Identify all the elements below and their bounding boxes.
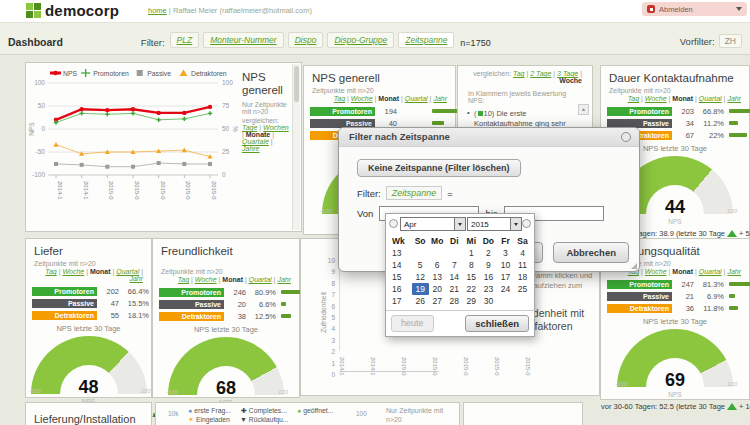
filter-link[interactable]: PLZ: [177, 35, 193, 45]
x-axis-label: 2015-0: [494, 357, 500, 376]
stat-count: 47: [97, 299, 119, 308]
compare-link-quartal[interactable]: Quartal: [405, 95, 428, 102]
today-button[interactable]: heute: [391, 315, 434, 332]
calendar-day-17[interactable]: 17: [497, 271, 514, 283]
legend-label: Completes...: [249, 407, 287, 414]
stat-percent: 66.8%: [694, 107, 724, 116]
filter-chip-monteur-nummer[interactable]: Monteur-Nummer: [203, 32, 283, 48]
dialog-titlebar[interactable]: Filter nach Zeitspanne: [339, 128, 639, 147]
compare-link-monate: Monate: [246, 131, 271, 138]
calendar-day-27[interactable]: 27: [429, 295, 446, 307]
filter-chip-zeitspanne[interactable]: Zeitspanne: [398, 32, 454, 48]
calendar-day-16[interactable]: 16: [480, 271, 497, 283]
dialog-title: Filter nach Zeitspanne: [349, 131, 450, 142]
stat-bar: [729, 133, 747, 137]
calendar-day-1[interactable]: 1: [463, 247, 480, 259]
prefilter-label: Vorfilter:: [680, 36, 715, 47]
calendar-day-10[interactable]: 10: [497, 259, 514, 271]
stat-count: 38: [224, 312, 246, 321]
compare-link-jahr[interactable]: Jahr: [277, 276, 291, 283]
compare-link-quartal[interactable]: Quartal: [249, 276, 272, 283]
calendar-day-15[interactable]: 15: [463, 271, 480, 283]
user-nav: home | Raffael Meier (raffaelmeier@hotma…: [148, 6, 312, 15]
compare-link-tag[interactable]: Tag: [334, 95, 345, 102]
next-month-icon[interactable]: [522, 219, 531, 228]
compare-link-2-tage[interactable]: 2 Tage: [530, 70, 551, 77]
compare-link-woche[interactable]: Woche: [62, 268, 84, 275]
compare-link-tag[interactable]: Tag: [513, 70, 524, 77]
compare-link-wochen[interactable]: Wochen: [263, 124, 289, 131]
compare-link-3-tage[interactable]: 3 Tage: [557, 70, 578, 77]
calendar-day-2[interactable]: 2: [480, 247, 497, 259]
calendar-day-6[interactable]: 6: [429, 259, 446, 271]
calendar-day-22[interactable]: 22: [463, 283, 480, 295]
compare-link-jahr[interactable]: Jahr: [129, 275, 143, 282]
calendar-day-19[interactable]: 19: [412, 283, 429, 295]
filter-link[interactable]: Dispo-Gruppe: [334, 35, 387, 45]
compare-link-quartal[interactable]: Quartal: [699, 268, 722, 275]
home-link[interactable]: home: [148, 6, 167, 15]
compare-link-woche[interactable]: Woche: [645, 95, 667, 102]
calendar-day-23[interactable]: 23: [480, 283, 497, 295]
compare-link-jahr[interactable]: Jahr: [727, 268, 741, 275]
resize-handle-icon[interactable]: [631, 263, 637, 269]
calendar-day-24[interactable]: 24: [497, 283, 514, 295]
filter-link[interactable]: Monteur-Nummer: [210, 35, 276, 45]
compare-link-quartale[interactable]: Quartale: [242, 138, 269, 145]
calendar-day-4[interactable]: 4: [514, 247, 531, 259]
calendar-day-26[interactable]: 26: [412, 295, 429, 307]
compare-link-jahr[interactable]: Jahr: [433, 95, 447, 102]
chevron-down-icon[interactable]: [736, 7, 742, 11]
svg-text:%: %: [232, 126, 239, 132]
compare-link-woche[interactable]: Woche: [351, 95, 373, 102]
compare-link-woche[interactable]: Woche: [645, 268, 667, 275]
stat-label: Promotoren: [607, 280, 672, 289]
compare-link-monat: Monat: [378, 95, 399, 102]
calendar-day-20[interactable]: 20: [429, 283, 446, 295]
scroll-up-icon[interactable]: ▲: [578, 104, 589, 115]
calendar-day-25[interactable]: 25: [514, 283, 531, 295]
calendar-day-28[interactable]: 28: [446, 295, 463, 307]
compare-link-woche[interactable]: Woche: [195, 276, 217, 283]
filter-chip-dispo-gruppe[interactable]: Dispo-Gruppe: [327, 32, 394, 48]
calendar-day-18[interactable]: 18: [514, 271, 531, 283]
filter-chip-dispo[interactable]: Dispo: [288, 32, 324, 48]
brand[interactable]: democorp: [26, 2, 119, 19]
calendar-day-3[interactable]: 3: [497, 247, 514, 259]
calendar-day-21[interactable]: 21: [446, 283, 463, 295]
calendar-day-13[interactable]: 13: [429, 271, 446, 283]
calendar-day-29[interactable]: 29: [463, 295, 480, 307]
compare-link-jahr[interactable]: Jahr: [727, 95, 741, 102]
calendar-day-11[interactable]: 11: [514, 259, 531, 271]
calendar-day-7[interactable]: 7: [446, 259, 463, 271]
legend-item: ▼Rücklaufqu...: [240, 416, 289, 424]
compare-link-tag[interactable]: Tag: [45, 268, 56, 275]
filter-chip-plz[interactable]: PLZ: [170, 32, 200, 48]
close-icon[interactable]: [621, 132, 631, 142]
prefilter-value[interactable]: ZH: [719, 34, 742, 48]
compare-link-quartal[interactable]: Quartal: [699, 95, 722, 102]
cancel-button[interactable]: Abbrechen: [553, 242, 629, 263]
calendar-day-30[interactable]: 30: [480, 295, 497, 307]
prev-month-icon[interactable]: [389, 219, 398, 228]
calendar-day-12[interactable]: 12: [412, 271, 429, 283]
filter-link[interactable]: Zeitspanne: [405, 35, 447, 45]
close-calendar-button[interactable]: schließen: [465, 315, 529, 332]
clear-filter-button[interactable]: Keine Zeitspanne (Filter löschen): [357, 159, 521, 177]
calendar-day-8[interactable]: 8: [463, 259, 480, 271]
stat-bar: [729, 109, 750, 113]
month-select[interactable]: Apr: [400, 217, 466, 231]
calendar-day-14[interactable]: 14: [446, 271, 463, 283]
compare-link-tage[interactable]: Tage: [242, 124, 257, 131]
panel-scrollbar[interactable]: [292, 64, 300, 230]
nps-trend-chart[interactable]: 100500-50-1001007550250NPS%2014-12014-12…: [26, 63, 240, 231]
calendar-day-5[interactable]: 5: [412, 259, 429, 271]
logout-button[interactable]: Abmelden: [642, 2, 747, 16]
compare-link-tag[interactable]: Tag: [628, 95, 639, 102]
filter-link[interactable]: Dispo: [295, 35, 317, 45]
calendar-day-9[interactable]: 9: [480, 259, 497, 271]
compare-link-jahre[interactable]: Jahre: [242, 145, 260, 152]
compare-link-tag[interactable]: Tag: [178, 276, 189, 283]
compare-link-quartal[interactable]: Quartal: [116, 268, 139, 275]
year-select[interactable]: 2015: [467, 217, 522, 231]
